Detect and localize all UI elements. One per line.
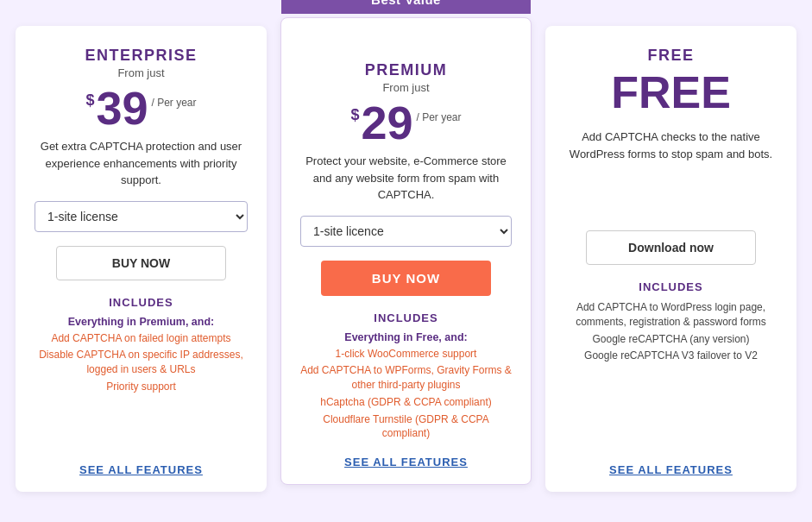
- enterprise-license-select[interactable]: 1-site license 3-site license 5-site lic…: [35, 201, 248, 232]
- premium-license-select[interactable]: 1-site licence 3-site licence 5-site lic…: [300, 216, 512, 247]
- free-plan-name: FREE: [647, 47, 694, 65]
- premium-description: Protect your website, e-Commerce store a…: [300, 153, 512, 204]
- premium-feature-1: 1-click WooCommerce support: [300, 347, 512, 362]
- free-feature-1: Add CAPTCHA to WordPress login page, com…: [564, 300, 777, 330]
- free-price-row: FREE: [611, 66, 731, 123]
- free-includes-label: INCLUDES: [564, 280, 777, 293]
- premium-plan-name: PREMIUM: [365, 61, 448, 79]
- enterprise-includes-highlight: Everything in Premium, and:: [35, 316, 248, 328]
- enterprise-feature-2: Disable CAPTCHA on specific IP addresses…: [35, 348, 248, 377]
- free-price-amount: FREE: [611, 66, 731, 118]
- enterprise-feature-3: Priority support: [35, 380, 248, 394]
- enterprise-buy-button[interactable]: BUY NOW: [56, 246, 227, 280]
- free-card: FREE FREE Add CAPTCHA checks to the nati…: [545, 26, 796, 492]
- premium-feature-2: Add CAPTCHA to WPForms, Gravity Forms & …: [300, 363, 512, 393]
- premium-includes-label: INCLUDES: [300, 311, 512, 324]
- enterprise-description: Get extra CAPTCHA protection and user ex…: [35, 138, 248, 189]
- enterprise-price-dollar: $: [85, 91, 94, 110]
- premium-price-row: $ 29 / Per year: [350, 99, 461, 146]
- premium-from-just: From just: [382, 81, 429, 94]
- enterprise-price-amount: 39: [96, 85, 148, 131]
- best-value-badge: Best Value: [281, 0, 531, 14]
- premium-price-per: / Per year: [417, 111, 462, 123]
- free-includes-block: INCLUDES Add CAPTCHA to WordPress login …: [564, 280, 777, 451]
- free-download-button[interactable]: Download now: [586, 230, 757, 265]
- premium-feature-4: Cloudflare Turnstile (GDPR & CCPA compli…: [300, 412, 512, 442]
- premium-buy-button[interactable]: BUY NOW: [321, 261, 490, 296]
- premium-includes-block: INCLUDES Everything in Free, and: 1-clic…: [300, 311, 512, 444]
- enterprise-price-per: / Per year: [152, 97, 197, 109]
- premium-price-amount: 29: [361, 99, 412, 146]
- free-see-all-link[interactable]: SEE ALL FEATURES: [609, 451, 733, 476]
- enterprise-card: ENTERPRISE From just $ 39 / Per year Get…: [16, 26, 267, 492]
- pricing-container: ENTERPRISE From just $ 39 / Per year Get…: [0, 0, 812, 518]
- enterprise-feature-1: Add CAPTCHA on failed login attempts: [35, 331, 248, 346]
- enterprise-plan-name: ENTERPRISE: [85, 47, 197, 65]
- premium-price-dollar: $: [350, 106, 359, 124]
- free-feature-3: Google reCAPTCHA V3 failover to V2: [564, 349, 777, 363]
- enterprise-includes-label: INCLUDES: [35, 296, 248, 309]
- enterprise-price-row: $ 39 / Per year: [85, 85, 196, 131]
- enterprise-from-just: From just: [117, 66, 164, 79]
- premium-card: Best Value PREMIUM From just $ 29 / Per …: [280, 17, 532, 485]
- premium-see-all-link[interactable]: SEE ALL FEATURES: [344, 443, 468, 469]
- enterprise-includes-block: INCLUDES Everything in Premium, and: Add…: [35, 296, 248, 452]
- free-feature-2: Google reCAPTCHA (any version): [564, 332, 777, 347]
- premium-feature-3: hCaptcha (GDPR & CCPA compliant): [300, 395, 512, 410]
- premium-includes-highlight: Everything in Free, and:: [300, 331, 512, 343]
- enterprise-see-all-link[interactable]: SEE ALL FEATURES: [79, 451, 203, 476]
- free-description: Add CAPTCHA checks to the native WordPre…: [564, 129, 777, 175]
